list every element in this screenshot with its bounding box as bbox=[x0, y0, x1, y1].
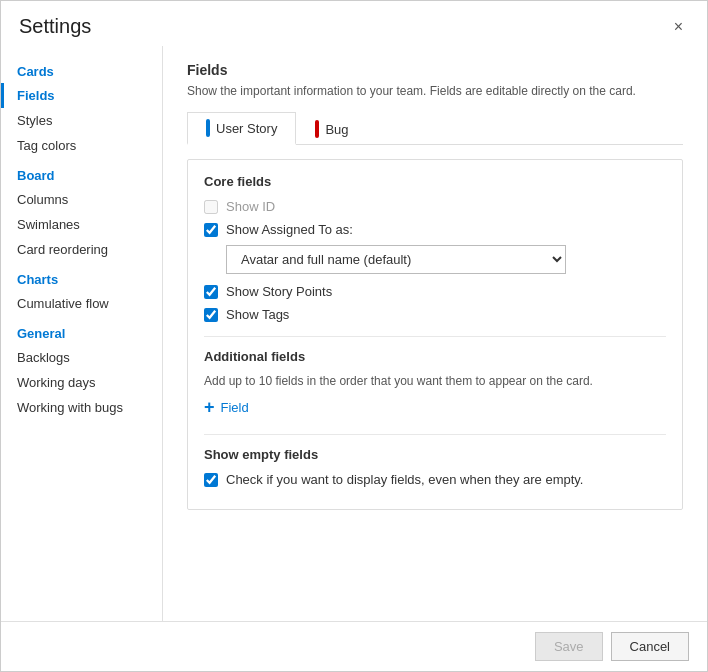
show-story-points-label: Show Story Points bbox=[226, 284, 332, 299]
show-tags-row: Show Tags bbox=[204, 307, 666, 322]
dialog-header: Settings × bbox=[1, 1, 707, 46]
additional-fields-desc: Add up to 10 fields in the order that yo… bbox=[204, 374, 666, 388]
sidebar: Cards Fields Styles Tag colors Board Col… bbox=[1, 46, 163, 621]
sidebar-item-columns[interactable]: Columns bbox=[1, 187, 162, 212]
plus-icon: + bbox=[204, 398, 215, 416]
sidebar-item-card-reordering[interactable]: Card reordering bbox=[1, 237, 162, 262]
tabs-container: User Story Bug bbox=[187, 112, 683, 145]
section-description: Show the important information to your t… bbox=[187, 84, 683, 98]
assigned-to-dropdown[interactable]: Avatar and full name (default) Avatar on… bbox=[226, 245, 566, 274]
sidebar-item-working-with-bugs[interactable]: Working with bugs bbox=[1, 395, 162, 420]
add-field-label: Field bbox=[221, 400, 249, 415]
show-empty-section: Show empty fields Check if you want to d… bbox=[204, 434, 666, 487]
sidebar-section-board[interactable]: Board bbox=[1, 158, 162, 187]
sidebar-item-styles[interactable]: Styles bbox=[1, 108, 162, 133]
sidebar-item-swimlanes[interactable]: Swimlanes bbox=[1, 212, 162, 237]
sidebar-item-cumulative-flow[interactable]: Cumulative flow bbox=[1, 291, 162, 316]
tab-user-story-label: User Story bbox=[216, 121, 277, 136]
show-empty-row: Check if you want to display fields, eve… bbox=[204, 472, 666, 487]
sidebar-section-general[interactable]: General bbox=[1, 316, 162, 345]
bug-indicator bbox=[315, 120, 319, 138]
show-id-row: Show ID bbox=[204, 199, 666, 214]
show-id-label: Show ID bbox=[226, 199, 275, 214]
close-button[interactable]: × bbox=[668, 17, 689, 37]
additional-fields-section: Additional fields Add up to 10 fields in… bbox=[204, 336, 666, 420]
sidebar-item-fields[interactable]: Fields bbox=[1, 83, 162, 108]
tab-bug-label: Bug bbox=[325, 122, 348, 137]
dialog-title: Settings bbox=[19, 15, 91, 38]
tab-bug[interactable]: Bug bbox=[296, 112, 367, 145]
sidebar-section-charts[interactable]: Charts bbox=[1, 262, 162, 291]
settings-dialog: Settings × Cards Fields Styles Tag color… bbox=[0, 0, 708, 672]
dialog-footer: Save Cancel bbox=[1, 621, 707, 671]
sidebar-section-cards[interactable]: Cards bbox=[1, 54, 162, 83]
assigned-dropdown-row: Avatar and full name (default) Avatar on… bbox=[226, 245, 666, 274]
sidebar-item-backlogs[interactable]: Backlogs bbox=[1, 345, 162, 370]
save-button[interactable]: Save bbox=[535, 632, 603, 661]
show-tags-checkbox[interactable] bbox=[204, 308, 218, 322]
show-id-checkbox[interactable] bbox=[204, 200, 218, 214]
show-empty-check-label: Check if you want to display fields, eve… bbox=[226, 472, 583, 487]
main-content: Fields Show the important information to… bbox=[163, 46, 707, 621]
sidebar-item-tag-colors[interactable]: Tag colors bbox=[1, 133, 162, 158]
dialog-body: Cards Fields Styles Tag colors Board Col… bbox=[1, 46, 707, 621]
core-fields-title: Core fields bbox=[204, 174, 666, 189]
show-tags-label: Show Tags bbox=[226, 307, 289, 322]
additional-fields-title: Additional fields bbox=[204, 349, 666, 364]
show-assigned-row: Show Assigned To as: bbox=[204, 222, 666, 237]
fields-box: Core fields Show ID Show Assigned To as:… bbox=[187, 159, 683, 510]
show-story-points-row: Show Story Points bbox=[204, 284, 666, 299]
show-empty-title: Show empty fields bbox=[204, 447, 666, 462]
show-assigned-checkbox[interactable] bbox=[204, 223, 218, 237]
show-empty-checkbox[interactable] bbox=[204, 473, 218, 487]
add-field-button[interactable]: + Field bbox=[204, 394, 249, 420]
show-assigned-label: Show Assigned To as: bbox=[226, 222, 353, 237]
cancel-button[interactable]: Cancel bbox=[611, 632, 689, 661]
tab-user-story[interactable]: User Story bbox=[187, 112, 296, 145]
section-heading: Fields bbox=[187, 62, 683, 78]
show-story-points-checkbox[interactable] bbox=[204, 285, 218, 299]
sidebar-item-working-days[interactable]: Working days bbox=[1, 370, 162, 395]
user-story-indicator bbox=[206, 119, 210, 137]
